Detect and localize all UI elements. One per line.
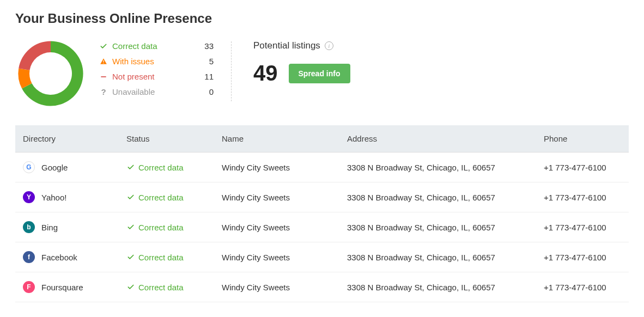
google-icon: G xyxy=(23,161,35,173)
business-phone: +1 773-477-6100 xyxy=(536,212,629,242)
listings-table: Directory Status Name Address Phone GGoo… xyxy=(15,125,629,302)
directory-name: Facebook xyxy=(41,253,77,262)
business-address: 3308 N Broadway St, Chicago, IL, 60657 xyxy=(339,272,536,302)
legend: Correct data 33 With issues 5 Not presen… xyxy=(99,38,214,96)
business-name: Windy City Sweets xyxy=(214,212,339,242)
donut-slice xyxy=(19,41,51,70)
status-text: Correct data xyxy=(138,193,184,202)
legend-label: Not present xyxy=(112,72,155,81)
divider xyxy=(231,41,232,101)
business-phone: +1 773-477-6100 xyxy=(536,242,629,272)
directory-name: Bing xyxy=(41,223,58,232)
legend-row-unavailable: ? Unavailable 0 xyxy=(99,87,214,96)
business-name: Windy City Sweets xyxy=(214,153,339,182)
svg-rect-1 xyxy=(103,63,104,63)
status-text: Correct data xyxy=(138,163,184,172)
table-row: FFoursquareCorrect dataWindy City Sweets… xyxy=(15,272,629,302)
yahoo-icon: Y xyxy=(23,191,35,203)
check-icon xyxy=(126,253,135,261)
legend-label: With issues xyxy=(112,57,154,66)
spread-info-button[interactable]: Spread info xyxy=(289,64,350,83)
th-address: Address xyxy=(339,125,536,153)
business-address: 3308 N Broadway St, Chicago, IL, 60657 xyxy=(339,182,536,212)
legend-count: 33 xyxy=(201,41,214,51)
th-directory: Directory xyxy=(15,125,119,153)
summary-row: Correct data 33 With issues 5 Not presen… xyxy=(15,38,629,109)
th-phone: Phone xyxy=(536,125,629,153)
business-name: Windy City Sweets xyxy=(214,272,339,302)
minus-icon xyxy=(99,72,108,81)
potential-listings: Potential listings i 49 Spread info xyxy=(253,38,350,86)
bing-icon: b xyxy=(23,221,35,233)
table-row: bBingCorrect dataWindy City Sweets3308 N… xyxy=(15,212,629,242)
business-address: 3308 N Broadway St, Chicago, IL, 60657 xyxy=(339,212,536,242)
table-row: GGoogleCorrect dataWindy City Sweets3308… xyxy=(15,153,629,182)
business-address: 3308 N Broadway St, Chicago, IL, 60657 xyxy=(339,242,536,272)
legend-count: 11 xyxy=(201,72,214,81)
th-name: Name xyxy=(214,125,339,153)
svg-rect-0 xyxy=(103,60,104,62)
table-header-row: Directory Status Name Address Phone xyxy=(15,125,629,153)
business-name: Windy City Sweets xyxy=(214,242,339,272)
legend-count: 5 xyxy=(201,57,214,66)
legend-row-issues: With issues 5 xyxy=(99,57,214,66)
page-title: Your Business Online Presence xyxy=(15,11,629,26)
directory-name: Google xyxy=(41,163,68,172)
legend-count: 0 xyxy=(201,87,214,96)
business-phone: +1 773-477-6100 xyxy=(536,182,629,212)
status-text: Correct data xyxy=(138,223,184,232)
status-text: Correct data xyxy=(138,283,184,292)
check-icon xyxy=(99,42,108,51)
legend-row-correct: Correct data 33 xyxy=(99,41,214,51)
info-icon[interactable]: i xyxy=(325,41,333,50)
directory-name: Yahoo! xyxy=(41,193,66,202)
business-phone: +1 773-477-6100 xyxy=(536,272,629,302)
facebook-icon: f xyxy=(23,251,35,263)
table-row: YYahoo!Correct dataWindy City Sweets3308… xyxy=(15,182,629,212)
check-icon xyxy=(126,193,135,202)
directory-name: Foursquare xyxy=(41,283,83,292)
legend-label: Unavailable xyxy=(112,87,155,96)
business-name: Windy City Sweets xyxy=(214,182,339,212)
legend-row-not-present: Not present 11 xyxy=(99,72,214,81)
status-text: Correct data xyxy=(138,253,184,262)
potential-label: Potential listings xyxy=(253,40,320,51)
table-row: fFacebookCorrect dataWindy City Sweets33… xyxy=(15,242,629,272)
warning-icon xyxy=(99,57,108,66)
potential-count: 49 xyxy=(253,61,278,86)
donut-chart xyxy=(15,38,86,109)
check-icon xyxy=(126,223,135,231)
business-address: 3308 N Broadway St, Chicago, IL, 60657 xyxy=(339,153,536,182)
foursquare-icon: F xyxy=(23,281,35,293)
check-icon xyxy=(126,163,135,172)
check-icon xyxy=(126,283,135,291)
legend-label: Correct data xyxy=(112,41,157,51)
question-icon: ? xyxy=(99,88,108,96)
business-phone: +1 773-477-6100 xyxy=(536,153,629,182)
th-status: Status xyxy=(119,125,214,153)
